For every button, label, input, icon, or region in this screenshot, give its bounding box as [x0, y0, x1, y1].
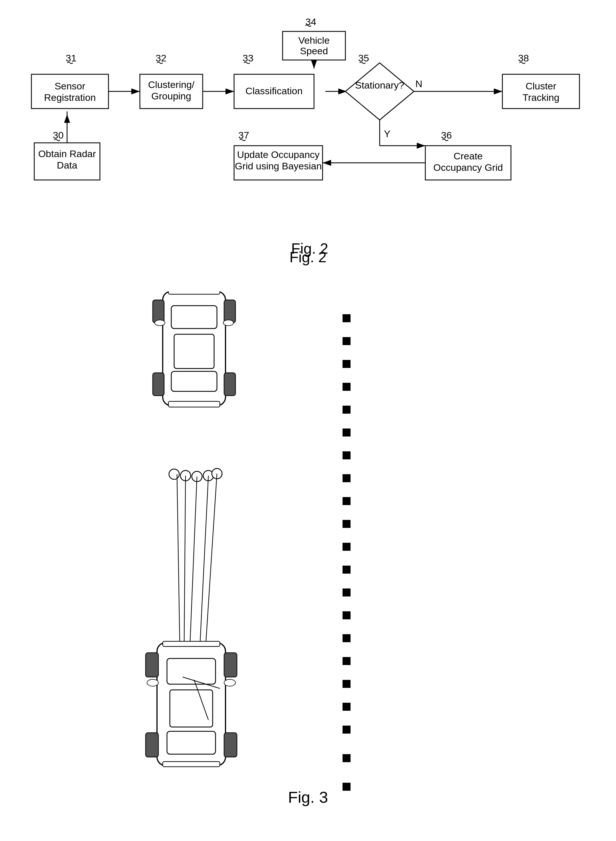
- svg-rect-25: [31, 74, 109, 109]
- svg-text:Cluster: Cluster: [525, 81, 556, 91]
- svg-rect-102: [343, 754, 351, 762]
- svg-rect-52: [169, 401, 220, 407]
- svg-rect-54: [224, 300, 236, 323]
- svg-rect-70: [167, 659, 216, 684]
- svg-rect-96: [343, 611, 351, 619]
- svg-text:37: 37: [238, 130, 249, 141]
- svg-text:38: 38: [518, 53, 529, 63]
- svg-rect-74: [163, 762, 220, 767]
- svg-rect-99: [343, 680, 351, 688]
- svg-text:N: N: [415, 78, 422, 89]
- svg-rect-48: [171, 306, 217, 328]
- svg-rect-94: [343, 566, 351, 573]
- svg-text:Fig. 3: Fig. 3: [288, 788, 328, 806]
- svg-rect-51: [169, 291, 220, 294]
- svg-text:Speed: Speed: [300, 46, 328, 56]
- svg-rect-89: [343, 451, 351, 459]
- svg-rect-22: [34, 143, 100, 180]
- svg-rect-49: [174, 334, 214, 369]
- svg-rect-38: [425, 146, 511, 180]
- svg-text:32: 32: [155, 53, 166, 63]
- svg-point-58: [223, 320, 233, 326]
- svg-point-57: [155, 320, 165, 326]
- svg-rect-77: [145, 733, 158, 757]
- svg-point-59: [169, 469, 179, 479]
- svg-rect-71: [170, 690, 213, 727]
- svg-text:35: 35: [358, 53, 369, 63]
- svg-rect-78: [224, 733, 237, 757]
- svg-rect-98: [343, 657, 351, 665]
- svg-rect-101: [343, 726, 351, 734]
- svg-rect-50: [171, 371, 217, 391]
- fig2-caption-label: Fig. 2: [289, 248, 327, 266]
- svg-rect-95: [343, 588, 351, 597]
- svg-text:31: 31: [66, 53, 76, 63]
- svg-text:Tracking: Tracking: [522, 92, 559, 103]
- svg-point-79: [147, 679, 158, 686]
- svg-rect-53: [153, 300, 164, 323]
- svg-rect-84: [343, 337, 351, 345]
- svg-rect-31: [234, 74, 314, 109]
- svg-text:Create: Create: [453, 150, 483, 162]
- svg-rect-56: [224, 373, 236, 396]
- svg-line-66: [190, 476, 197, 648]
- svg-rect-33: [283, 31, 345, 60]
- svg-text:33: 33: [243, 53, 254, 63]
- svg-text:Data: Data: [57, 160, 77, 171]
- svg-text:Stationary?: Stationary?: [355, 80, 404, 91]
- svg-rect-91: [343, 497, 351, 505]
- svg-text:Vehicle: Vehicle: [298, 35, 330, 46]
- svg-rect-41: [234, 146, 323, 180]
- figure-3-area: Fig. 3: [0, 291, 616, 811]
- svg-point-80: [224, 679, 236, 686]
- svg-rect-87: [343, 406, 351, 414]
- svg-rect-55: [153, 373, 164, 396]
- page: 31 32 33 34 35 36 37 38 30 N Y Ob: [0, 0, 616, 841]
- svg-text:30: 30: [53, 130, 64, 141]
- svg-text:Sensor: Sensor: [54, 81, 85, 91]
- svg-rect-100: [343, 703, 351, 711]
- svg-text:36: 36: [441, 130, 452, 141]
- svg-text:Clustering/: Clustering/: [148, 79, 195, 90]
- svg-line-64: [177, 474, 180, 648]
- svg-text:Grid using Bayesian: Grid using Bayesian: [235, 160, 322, 171]
- svg-text:34: 34: [305, 17, 316, 27]
- svg-rect-97: [343, 634, 351, 642]
- svg-rect-75: [145, 653, 158, 677]
- svg-rect-72: [167, 731, 216, 754]
- svg-rect-28: [140, 74, 203, 109]
- svg-text:Obtain Radar: Obtain Radar: [38, 148, 96, 159]
- figure-2-area: 31 32 33 34 35 36 37 38 30 N Y Ob: [17, 17, 602, 260]
- svg-text:Registration: Registration: [44, 92, 95, 103]
- svg-rect-44: [502, 74, 579, 109]
- svg-rect-83: [343, 314, 351, 322]
- svg-rect-85: [343, 360, 351, 368]
- svg-text:Y: Y: [384, 128, 390, 139]
- svg-marker-36: [345, 63, 414, 120]
- svg-text:Occupancy Grid: Occupancy Grid: [433, 162, 503, 173]
- svg-line-65: [184, 476, 186, 648]
- svg-rect-86: [343, 383, 351, 391]
- svg-rect-103: [343, 783, 351, 791]
- svg-text:Update Occupancy: Update Occupancy: [237, 149, 320, 160]
- svg-rect-92: [343, 520, 351, 528]
- svg-rect-93: [343, 543, 351, 551]
- svg-rect-90: [343, 474, 351, 482]
- svg-rect-88: [343, 428, 351, 437]
- svg-rect-73: [163, 641, 220, 647]
- svg-text:Grouping: Grouping: [151, 91, 191, 101]
- svg-rect-76: [224, 653, 237, 677]
- svg-text:Classification: Classification: [245, 85, 302, 96]
